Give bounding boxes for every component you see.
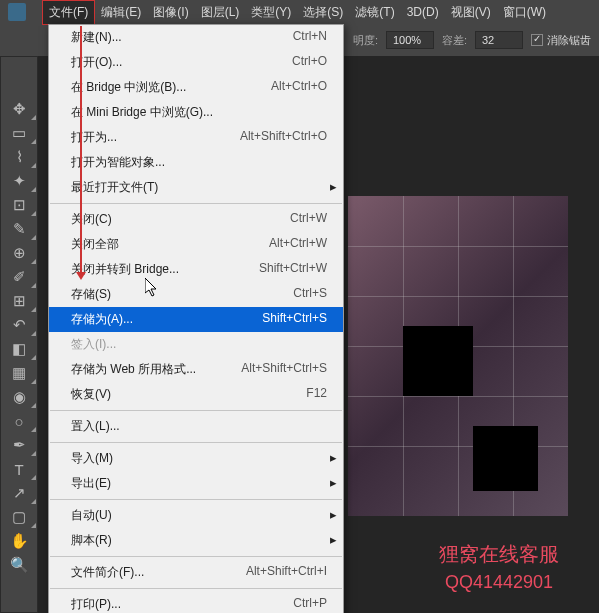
- stamp-tool[interactable]: ⊞: [1, 289, 37, 313]
- menu-item-label: 恢复(V): [71, 386, 111, 403]
- watermark: 狸窝在线客服 QQ41442901: [439, 541, 559, 593]
- menu-item[interactable]: 在 Bridge 中浏览(B)...Alt+Ctrl+O: [49, 75, 343, 100]
- menu-item-label: 签入(I)...: [71, 336, 116, 353]
- menu-item-shortcut: Alt+Ctrl+W: [269, 236, 327, 253]
- menu-item-label: 关闭并转到 Bridge...: [71, 261, 179, 278]
- menu-item[interactable]: 最近打开文件(T): [49, 175, 343, 200]
- menu-item-label: 存储为 Web 所用格式...: [71, 361, 196, 378]
- menu-image[interactable]: 图像(I): [147, 1, 194, 24]
- menu-item-label: 置入(L)...: [71, 418, 120, 435]
- menu-layer[interactable]: 图层(L): [195, 1, 246, 24]
- menu-item-label: 在 Mini Bridge 中浏览(G)...: [71, 104, 213, 121]
- menu-item[interactable]: 新建(N)...Ctrl+N: [49, 25, 343, 50]
- menu-item-label: 打印(P)...: [71, 596, 121, 613]
- watermark-line1: 狸窝在线客服: [439, 541, 559, 568]
- menu-item-shortcut: Ctrl+O: [292, 54, 327, 71]
- shape-tool[interactable]: ▢: [1, 505, 37, 529]
- marquee-tool[interactable]: ▭: [1, 121, 37, 145]
- menu-item[interactable]: 存储为 Web 所用格式...Alt+Shift+Ctrl+S: [49, 357, 343, 382]
- tolerance-input[interactable]: [475, 31, 523, 49]
- menu-item[interactable]: 文件简介(F)...Alt+Shift+Ctrl+I: [49, 560, 343, 585]
- menu-edit[interactable]: 编辑(E): [95, 1, 147, 24]
- menu-item-label: 导入(M): [71, 450, 113, 467]
- lasso-tool[interactable]: ⌇: [1, 145, 37, 169]
- menu-item[interactable]: 自动(U): [49, 503, 343, 528]
- menu-item[interactable]: 存储(S)Ctrl+S: [49, 282, 343, 307]
- menu-item[interactable]: 关闭全部Alt+Ctrl+W: [49, 232, 343, 257]
- menu-item-label: 关闭全部: [71, 236, 119, 253]
- menu-window[interactable]: 窗口(W): [497, 1, 552, 24]
- toolbox: ✥ ▭ ⌇ ✦ ⊡ ✎ ⊕ ✐ ⊞ ↶ ◧ ▦ ◉ ○ ✒ T ↗ ▢ ✋ 🔍: [0, 56, 38, 613]
- menu-file[interactable]: 文件(F): [42, 0, 95, 25]
- menu-item-label: 打开为...: [71, 129, 117, 146]
- menu-item[interactable]: 置入(L)...: [49, 414, 343, 439]
- file-menu-dropdown: 新建(N)...Ctrl+N打开(O)...Ctrl+O在 Bridge 中浏览…: [48, 24, 344, 613]
- menu-select[interactable]: 选择(S): [297, 1, 349, 24]
- dodge-tool[interactable]: ○: [1, 409, 37, 433]
- menu-item-label: 存储为(A)...: [71, 311, 133, 328]
- opacity-label: 明度:: [353, 33, 378, 48]
- pen-tool[interactable]: ✒: [1, 433, 37, 457]
- move-tool[interactable]: ✥: [1, 97, 37, 121]
- menu-item-shortcut: Alt+Shift+Ctrl+O: [240, 129, 327, 146]
- menu-item[interactable]: 在 Mini Bridge 中浏览(G)...: [49, 100, 343, 125]
- menu-item-shortcut: Shift+Ctrl+W: [259, 261, 327, 278]
- menu-item[interactable]: 打印(P)...Ctrl+P: [49, 592, 343, 613]
- menu-item[interactable]: 导入(M): [49, 446, 343, 471]
- puzzle-piece-icon: [403, 326, 473, 396]
- menu-item[interactable]: 关闭并转到 Bridge...Shift+Ctrl+W: [49, 257, 343, 282]
- gradient-tool[interactable]: ▦: [1, 361, 37, 385]
- menu-item-shortcut: Ctrl+W: [290, 211, 327, 228]
- zoom-tool[interactable]: 🔍: [1, 553, 37, 577]
- eyedropper-tool[interactable]: ✎: [1, 217, 37, 241]
- puzzle-piece-icon: [473, 426, 538, 491]
- menu-item-label: 文件简介(F)...: [71, 564, 144, 581]
- menu-item-shortcut: Ctrl+S: [293, 286, 327, 303]
- crop-tool[interactable]: ⊡: [1, 193, 37, 217]
- document-image[interactable]: [348, 196, 568, 516]
- menu-item[interactable]: 打开为智能对象...: [49, 150, 343, 175]
- brush-tool[interactable]: ✐: [1, 265, 37, 289]
- menu-item-label: 导出(E): [71, 475, 111, 492]
- antialias-label: 消除锯齿: [547, 33, 591, 48]
- menu-3d[interactable]: 3D(D): [401, 2, 445, 22]
- menu-item[interactable]: 恢复(V)F12: [49, 382, 343, 407]
- menu-item-shortcut: Alt+Ctrl+O: [271, 79, 327, 96]
- text-tool[interactable]: T: [1, 457, 37, 481]
- menu-item-label: 关闭(C): [71, 211, 112, 228]
- menu-item-shortcut: Ctrl+N: [293, 29, 327, 46]
- menu-filter[interactable]: 滤镜(T): [349, 1, 400, 24]
- menu-item-shortcut: Alt+Shift+Ctrl+I: [246, 564, 327, 581]
- menu-type[interactable]: 类型(Y): [245, 1, 297, 24]
- menu-item-label: 打开(O)...: [71, 54, 122, 71]
- menu-item: 签入(I)...: [49, 332, 343, 357]
- history-brush-tool[interactable]: ↶: [1, 313, 37, 337]
- menu-item-shortcut: Ctrl+P: [293, 596, 327, 613]
- menu-item-label: 最近打开文件(T): [71, 179, 158, 196]
- menu-item[interactable]: 存储为(A)...Shift+Ctrl+S: [49, 307, 343, 332]
- app-icon: [8, 3, 26, 21]
- opacity-input[interactable]: [386, 31, 434, 49]
- hand-tool[interactable]: ✋: [1, 529, 37, 553]
- menu-item-label: 自动(U): [71, 507, 112, 524]
- menu-item-label: 存储(S): [71, 286, 111, 303]
- menu-item-label: 新建(N)...: [71, 29, 122, 46]
- menu-item-shortcut: F12: [306, 386, 327, 403]
- menubar: 文件(F) 编辑(E) 图像(I) 图层(L) 类型(Y) 选择(S) 滤镜(T…: [0, 0, 599, 24]
- healing-tool[interactable]: ⊕: [1, 241, 37, 265]
- menu-item[interactable]: 打开为...Alt+Shift+Ctrl+O: [49, 125, 343, 150]
- menu-item-label: 脚本(R): [71, 532, 112, 549]
- menu-item[interactable]: 打开(O)...Ctrl+O: [49, 50, 343, 75]
- menu-item[interactable]: 导出(E): [49, 471, 343, 496]
- watermark-line2: QQ41442901: [439, 572, 559, 593]
- menu-item[interactable]: 脚本(R): [49, 528, 343, 553]
- menu-item-label: 打开为智能对象...: [71, 154, 165, 171]
- menu-item-shortcut: Alt+Shift+Ctrl+S: [241, 361, 327, 378]
- blur-tool[interactable]: ◉: [1, 385, 37, 409]
- menu-view[interactable]: 视图(V): [445, 1, 497, 24]
- eraser-tool[interactable]: ◧: [1, 337, 37, 361]
- magic-wand-tool[interactable]: ✦: [1, 169, 37, 193]
- path-tool[interactable]: ↗: [1, 481, 37, 505]
- menu-item[interactable]: 关闭(C)Ctrl+W: [49, 207, 343, 232]
- antialias-checkbox[interactable]: 消除锯齿: [531, 33, 591, 48]
